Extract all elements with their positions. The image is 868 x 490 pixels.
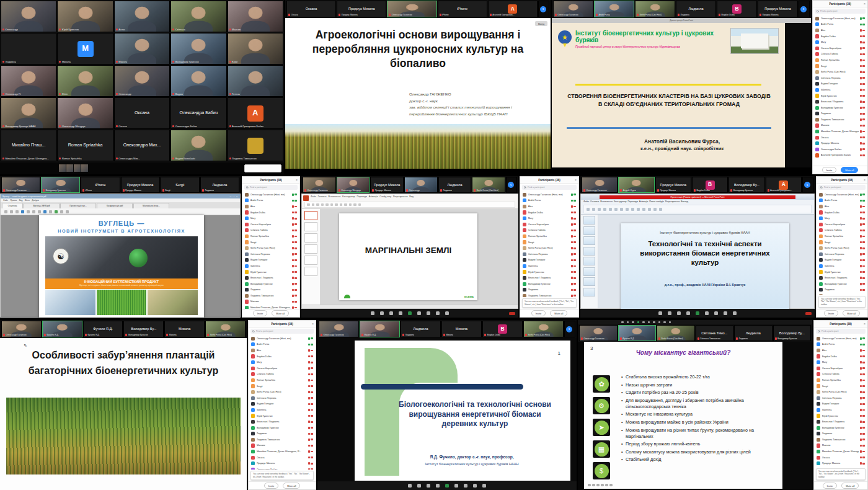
mic-icon[interactable]: [371, 311, 374, 315]
participant-row[interactable]: Людмила: [249, 431, 315, 437]
leave-button[interactable]: [509, 312, 515, 315]
participant-row[interactable]: Оксана: [249, 455, 315, 461]
participant-row[interactable]: Sergii: [243, 239, 299, 246]
invite-button[interactable]: Invite: [824, 310, 839, 316]
participant-tile[interactable]: Людмила Людмила: [401, 321, 441, 337]
reactions-icon[interactable]: [473, 484, 477, 488]
invite-button[interactable]: Invite: [264, 483, 279, 489]
participant-row[interactable]: Andrii Fursa: [521, 198, 578, 204]
participant-row[interactable]: Alex: [521, 203, 578, 210]
participant-row[interactable]: Вячеслав / Людмила: [815, 419, 867, 425]
participant-row[interactable]: Roman Spriazhka: [815, 377, 867, 383]
participant-row[interactable]: Вячеслав / Людмила: [243, 275, 299, 281]
participant-row[interactable]: Продиус Микола: [815, 460, 867, 466]
close-icon[interactable]: ×: [864, 178, 866, 182]
participant-row[interactable]: Максим: [243, 299, 299, 305]
close-icon[interactable]: ×: [864, 322, 866, 326]
participant-row[interactable]: Людмила Тимошенко: [813, 117, 867, 123]
close-icon[interactable]: ×: [296, 178, 298, 182]
participant-row[interactable]: Вадим Голодюк: [813, 81, 867, 87]
participant-tile[interactable]: Світлана: [170, 1, 226, 32]
mic-icon[interactable]: [658, 311, 662, 315]
participant-row[interactable]: Valentina: [813, 87, 867, 93]
participant-tile[interactable]: Олександр Мандрук: [337, 177, 370, 193]
participant-tile[interactable]: Володимир Бу... Володимир Бузанов: [728, 177, 764, 193]
invite-button[interactable]: Invite: [253, 310, 268, 316]
invite-button[interactable]: Invite: [531, 310, 546, 316]
security-icon[interactable]: [677, 311, 681, 315]
participant-row[interactable]: Вячеслав / Людмила: [249, 419, 315, 425]
participant-tile[interactable]: A Анатолій Григорович...: [766, 177, 802, 193]
participant-row[interactable]: Mary: [249, 359, 315, 365]
more-icon[interactable]: [445, 311, 449, 315]
participant-row[interactable]: Сніжана Гайова: [521, 228, 578, 234]
close-icon[interactable]: ×: [575, 178, 577, 182]
participant-row[interactable]: Михайло Пташник, Денис Шляпурка, Я...: [243, 305, 299, 309]
annotation-toolbar[interactable]: [588, 484, 613, 487]
participant-tile[interactable]: B Bogdan Dulba: [717, 1, 757, 17]
share-screen-icon[interactable]: [445, 484, 449, 488]
leave-button[interactable]: [805, 312, 812, 315]
participant-tile[interactable]: Serhii Fursa (Син Нені): [657, 325, 695, 341]
close-icon[interactable]: ×: [864, 2, 866, 6]
participant-tile[interactable]: Антон: [114, 1, 170, 32]
participant-row[interactable]: Оксана: [813, 135, 867, 141]
ribbon-buttons[interactable]: [304, 202, 515, 208]
participant-tile[interactable]: Людмила Людмила: [438, 177, 472, 193]
participant-row[interactable]: Serhii Fursa (Син Нені): [817, 245, 867, 251]
participant-row[interactable]: Bogdan Dulba: [249, 354, 315, 360]
participant-tile[interactable]: Вадим: [170, 65, 226, 97]
participant-tile[interactable]: Людмила: [1, 33, 56, 65]
participant-row[interactable]: Сніжана Гайова: [249, 372, 315, 378]
participant-tile[interactable]: Микола Микола: [441, 321, 482, 337]
document-tab[interactable]: Конференція.pdf: [97, 203, 133, 208]
participant-row[interactable]: Юрій Гументик: [815, 413, 867, 419]
participant-tile[interactable]: Фучило Я.Д. Фучило Я.Д.: [83, 321, 123, 337]
participant-tile[interactable]: Вадим Колюбакін: [170, 130, 226, 161]
participant-row[interactable]: Людмила Тимошенко: [521, 293, 578, 297]
participant-tile[interactable]: Олександр Ганженко: [387, 1, 436, 17]
participant-row[interactable]: Вячеслав / Людмила: [813, 99, 867, 105]
participant-row[interactable]: Bogdan Dulba: [521, 210, 578, 216]
participant-tile[interactable]: Володимир Гуменюк: [170, 33, 226, 65]
participant-row[interactable]: Олександр Ганженко (Host, me): [817, 192, 867, 198]
participant-row[interactable]: Максим: [815, 443, 867, 449]
participant-row[interactable]: Bogdan Dulba: [817, 210, 867, 216]
participant-tile[interactable]: Світлана Тимо... Світлана Тимошенко: [696, 325, 734, 341]
ribbon-tabs[interactable]: Файл Основне Вставлення Конструктор Пере…: [583, 200, 688, 203]
participant-tile[interactable]: Serhii Fursa (Син Нені): [472, 177, 505, 193]
mute-all-button[interactable]: Mute all: [272, 310, 289, 316]
document-tab[interactable]: Вуглець-NEW.pdf: [24, 203, 60, 208]
mute-all-button[interactable]: Mute all: [843, 310, 860, 316]
participant-row[interactable]: Sergii: [813, 63, 867, 69]
participant-row[interactable]: Оксана Чорнобров: [249, 365, 315, 372]
participant-row[interactable]: Valentina: [521, 263, 578, 269]
document-tab[interactable]: Презентація вуг...: [60, 203, 96, 208]
participant-row[interactable]: Roman Spriazhka: [521, 233, 578, 239]
participant-row[interactable]: Людмила: [817, 287, 867, 293]
participant-tile[interactable]: Володимир Бу... Володимир Бузанов: [773, 325, 812, 341]
participant-row[interactable]: Bogdan Dulba: [243, 210, 299, 216]
participant-row[interactable]: Serhii Fursa (Син Нені): [815, 389, 867, 395]
participant-tile[interactable]: A Анатолій Григорович...: [488, 1, 538, 17]
participant-row[interactable]: Людмила Тимошенко: [817, 293, 867, 295]
camera-icon[interactable]: [417, 484, 421, 488]
participant-row[interactable]: Юрій Гументик: [813, 93, 867, 99]
participant-tile[interactable]: Людмила Людмила: [676, 1, 716, 17]
participant-row[interactable]: Оксана Чорнобров: [243, 221, 299, 228]
participant-row[interactable]: Alex: [249, 347, 315, 354]
ribbon-tabs[interactable]: Файл Головна Вставлення Конструктор Пере…: [311, 195, 414, 198]
participant-row[interactable]: Володимир Гуменюк: [521, 281, 578, 287]
participant-tile[interactable]: Олександра Бабич Олександра Бабич: [170, 97, 226, 129]
participant-row[interactable]: Valentina: [815, 407, 867, 413]
participant-row[interactable]: Bogdan Dulba: [815, 354, 867, 360]
participant-row[interactable]: Mary: [521, 215, 578, 221]
participant-tile[interactable]: [564, 321, 575, 337]
search-input[interactable]: Find a participant: [244, 185, 298, 190]
participant-tile[interactable]: Roman Spriazhka Roman Spriazhka: [57, 130, 113, 161]
participant-tile[interactable]: Максим: [228, 1, 283, 32]
participant-tile[interactable]: Продиус Микола Продиус Микола: [758, 1, 798, 17]
participant-row[interactable]: Олександра Бабич: [249, 466, 315, 470]
participant-tile[interactable]: Олександр Ганженко: [582, 177, 618, 193]
participant-row[interactable]: Вадим Голодюк: [521, 257, 578, 264]
